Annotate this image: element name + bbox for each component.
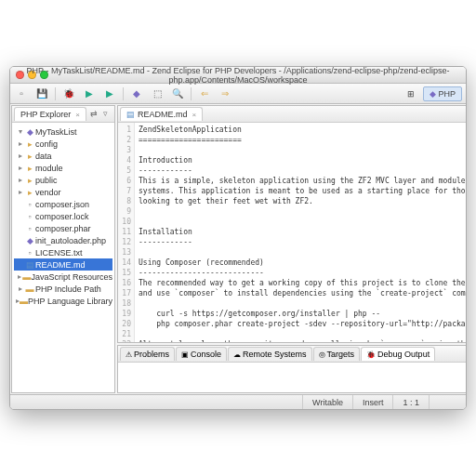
search-button[interactable]: 🔍 (170, 86, 185, 101)
perspective-label: PHP (438, 89, 456, 99)
bottom-panel: ⚠Problems▣Console☁Remote Systems◎Targets… (117, 345, 467, 393)
disclosure-icon[interactable]: ▸ (16, 152, 24, 160)
tree-row[interactable]: ▸▸vendor (14, 186, 112, 198)
perspective-php[interactable]: ◆ PHP (423, 86, 462, 101)
bottom-tab-debug-output[interactable]: 🐞Debug Output (361, 347, 435, 361)
editor-panel: ▤README.md× ▭ 1 2 3 4 5 6 7 8 9 10 11 12… (117, 105, 467, 343)
tab-label: Console (191, 350, 221, 359)
window-title: PHP - MyTaskList/README.md - Zend Eclips… (10, 66, 466, 85)
md-ic-icon: ▤ (24, 260, 35, 270)
tree-label: composer.json (35, 200, 89, 209)
close-icon[interactable] (16, 71, 24, 79)
tree-label: vendor (35, 188, 61, 197)
tree-row[interactable]: ▸▬JavaScript Resources (14, 271, 112, 283)
disclosure-icon[interactable]: ▸ (16, 164, 24, 172)
disclosure-icon[interactable]: ▸ (16, 188, 24, 196)
main-area: PHP Explorer× ⇄ ▿ ▾◆MyTaskList▸▸config▸▸… (10, 104, 466, 394)
tree-label: init_autoloader.php (35, 236, 106, 245)
folder-icon: ▸ (24, 164, 35, 173)
file-icon: ▫ (24, 212, 35, 221)
tree-row[interactable]: ▸▸config (14, 138, 112, 150)
new-button[interactable]: ▫ (14, 86, 29, 101)
tab-readme[interactable]: ▤README.md× (120, 107, 203, 121)
disclosure-icon[interactable]: ▸ (16, 272, 22, 281)
back-button[interactable]: ⇐ (197, 86, 212, 101)
project-tree[interactable]: ▾◆MyTaskList▸▸config▸▸data▸▸module▸▸publ… (12, 123, 114, 392)
run-last-button[interactable]: ▶ (102, 86, 117, 101)
tree-row[interactable]: ▸▸module (14, 162, 112, 174)
app-window: PHP - MyTaskList/README.md - Zend Eclips… (9, 66, 467, 410)
folder-icon: ▬ (20, 297, 28, 306)
separator (191, 87, 192, 100)
perspective-switcher: ⊞ ◆ PHP (401, 86, 462, 101)
tab-icon: ▣ (181, 350, 189, 359)
php-ic-icon: ◆ (24, 236, 35, 245)
close-tab-icon[interactable]: × (75, 111, 80, 119)
tab-label: Problems (134, 350, 169, 359)
tree-row[interactable]: ▸▬PHP Language Library (14, 295, 112, 307)
forward-button[interactable]: ⇒ (218, 86, 232, 101)
markdown-icon: ▤ (126, 110, 135, 119)
link-editor-icon[interactable]: ⇄ (88, 109, 99, 119)
tree-label: PHP Include Path (35, 284, 101, 294)
tab-label: Debug Output (377, 350, 430, 359)
debug-button[interactable]: 🐞 (61, 86, 76, 101)
folder-icon: ▬ (22, 272, 31, 282)
tree-label: composer.lock (35, 212, 89, 221)
tree-row[interactable]: ▫composer.lock (14, 210, 112, 222)
disclosure-icon[interactable]: ▸ (16, 284, 24, 293)
bottom-tabbar: ⚠Problems▣Console☁Remote Systems◎Targets… (118, 346, 467, 363)
close-tab-icon[interactable]: × (192, 111, 197, 119)
disclosure-icon[interactable]: ▸ (16, 139, 24, 148)
tab-label: PHP Explorer (20, 110, 71, 119)
main-toolbar: ▫ 💾 🐞 ▶ ▶ ◆ ⬚ 🔍 ⇐ ⇒ ⊞ ◆ PHP (10, 84, 466, 104)
tree-row[interactable]: ▫composer.json (14, 198, 112, 210)
code-area[interactable]: ZendSkeletonApplication ================… (135, 123, 467, 342)
debug-output-view[interactable] (118, 363, 467, 392)
tree-row[interactable]: ▸▬PHP Include Path (14, 283, 112, 295)
file-icon: ▫ (24, 200, 35, 209)
file-icon: ▫ (24, 224, 35, 233)
tree-row[interactable]: ▸▸public (14, 174, 112, 186)
tree-label: composer.phar (35, 224, 91, 233)
collapse-icon[interactable]: ▿ (100, 109, 111, 119)
tree-label: data (35, 152, 52, 161)
bottom-tab-console[interactable]: ▣Console (176, 347, 227, 361)
view-menu: ⇄ ▿ (88, 109, 112, 119)
tree-row[interactable]: ▸▸data (14, 150, 112, 162)
tab-icon: ☁ (233, 350, 241, 359)
tree-row[interactable]: ▫composer.phar (14, 222, 112, 234)
editor-tabbar: ▤README.md× ▭ (118, 106, 467, 123)
status-insert: Insert (352, 395, 393, 409)
tree-row[interactable]: ▾◆MyTaskList (14, 126, 112, 138)
status-empty (429, 395, 466, 409)
status-position: 1 : 1 (392, 395, 429, 409)
tab-icon: ⚠ (126, 350, 132, 359)
tree-row[interactable]: ◆init_autoloader.php (14, 234, 112, 246)
minimize-icon[interactable] (28, 71, 36, 79)
tab-label: Remote Systems (243, 350, 307, 359)
titlebar[interactable]: PHP - MyTaskList/README.md - Zend Eclips… (10, 67, 466, 84)
bottom-tab-problems[interactable]: ⚠Problems (120, 347, 175, 361)
zoom-icon[interactable] (40, 71, 48, 79)
tree-label: PHP Language Library (28, 297, 112, 306)
open-type-button[interactable]: ⬚ (150, 86, 165, 101)
tree-row[interactable]: ▫LICENSE.txt (14, 246, 112, 258)
folder-icon: ▬ (24, 284, 35, 294)
file-icon: ▫ (24, 248, 35, 258)
tree-label: JavaScript Resources (31, 272, 112, 282)
save-button[interactable]: 💾 (34, 86, 49, 101)
disclosure-icon[interactable]: ▸ (16, 176, 24, 184)
bottom-tab-remote-systems[interactable]: ☁Remote Systems (228, 347, 312, 361)
tree-row[interactable]: ▤README.md (14, 258, 112, 271)
bottom-tab-targets[interactable]: ◎Targets (313, 347, 361, 361)
new-php-button[interactable]: ◆ (129, 86, 144, 101)
open-perspective-button[interactable]: ⊞ (401, 86, 421, 101)
folder-icon: ▸ (24, 152, 35, 161)
tab-php-explorer[interactable]: PHP Explorer× (14, 107, 86, 121)
statusbar: Writable Insert 1 : 1 (10, 394, 466, 409)
center-area: ▤README.md× ▭ 1 2 3 4 5 6 7 8 9 10 11 12… (116, 104, 467, 394)
run-button[interactable]: ▶ (82, 86, 97, 101)
disclosure-icon[interactable]: ▾ (16, 127, 24, 136)
text-editor[interactable]: 1 2 3 4 5 6 7 8 9 10 11 12 13 14 15 16 1… (118, 123, 467, 342)
